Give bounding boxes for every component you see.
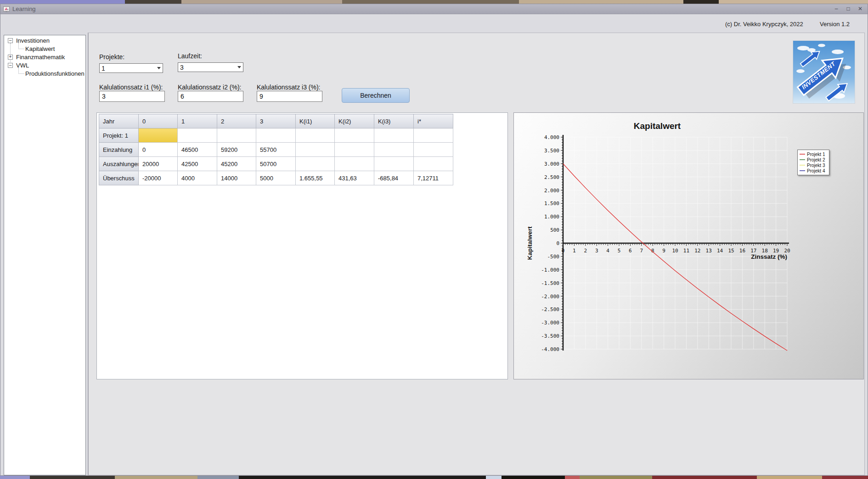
legend-color-projekt-3 bbox=[800, 165, 805, 166]
results-table: Jahr0123K(i1)K(i2)K(i3)i* Projekt: 1Einz… bbox=[99, 114, 453, 185]
table-cell[interactable]: -20000 bbox=[139, 171, 178, 185]
table-header: 2 bbox=[217, 114, 256, 128]
tree-item-kapitalwert[interactable]: Kapitalwert bbox=[4, 45, 85, 53]
minimize-button[interactable]: – bbox=[833, 4, 840, 14]
x-tick-label: 2 bbox=[584, 248, 587, 254]
dropdown-arrow-icon[interactable] bbox=[155, 64, 163, 72]
table-cell[interactable] bbox=[335, 128, 374, 143]
tree-item-label[interactable]: Produktionsfunktionen bbox=[25, 70, 85, 77]
table-header: i* bbox=[414, 114, 453, 128]
desktop-background-bottom bbox=[0, 476, 868, 479]
table-cell[interactable] bbox=[374, 157, 414, 171]
table-cell[interactable] bbox=[178, 128, 217, 143]
x-tick-label: 5 bbox=[618, 248, 621, 254]
table-cell[interactable]: 42500 bbox=[178, 157, 217, 171]
table-cell[interactable] bbox=[374, 128, 414, 143]
version-text: Version 1.2 bbox=[820, 21, 850, 28]
table-row: Projekt: 1 bbox=[99, 128, 453, 143]
dropdown-arrow-icon[interactable] bbox=[235, 63, 243, 72]
main-panel: Projekte: 1 Laufzeit: 3 Kalulationssatz … bbox=[88, 33, 865, 475]
table-cell[interactable] bbox=[414, 143, 453, 157]
table-header: 3 bbox=[256, 114, 296, 128]
y-tick-label: -2.500 bbox=[541, 306, 559, 312]
close-button[interactable]: ✕ bbox=[857, 4, 864, 14]
table-cell[interactable]: 20000 bbox=[139, 157, 178, 171]
tree-item-investitionen[interactable]: –Investitionen bbox=[4, 36, 85, 45]
y-tick-label: 0 bbox=[556, 240, 559, 246]
x-tick-label: 3 bbox=[595, 248, 598, 254]
table-cell[interactable] bbox=[414, 128, 453, 143]
laufzeit-label: Laufzeit: bbox=[178, 52, 202, 60]
table-row: Überschuss-2000040001400050001.655,55431… bbox=[99, 171, 453, 185]
i1-input[interactable] bbox=[99, 91, 165, 102]
row-label: Überschuss bbox=[99, 171, 139, 185]
table-cell[interactable] bbox=[256, 128, 296, 143]
x-tick-label: 6 bbox=[629, 248, 632, 254]
tree-plus-icon[interactable]: + bbox=[8, 55, 13, 60]
table-cell[interactable]: 7,12711 bbox=[414, 171, 453, 185]
table-cell[interactable] bbox=[296, 157, 335, 171]
table-cell[interactable]: 55700 bbox=[256, 143, 296, 157]
table-cell[interactable]: -685,84 bbox=[374, 171, 414, 185]
table-header: K(i3) bbox=[374, 114, 414, 128]
i2-input[interactable] bbox=[178, 91, 243, 102]
legend-label: Projekt 1 bbox=[807, 152, 825, 157]
laufzeit-dropdown[interactable]: 3 bbox=[178, 62, 243, 72]
table-cell[interactable] bbox=[217, 128, 256, 143]
table-cell[interactable]: 4000 bbox=[178, 171, 217, 185]
legend-color-projekt-2 bbox=[800, 159, 805, 160]
table-cell[interactable] bbox=[414, 157, 453, 171]
i3-input[interactable] bbox=[257, 91, 322, 102]
tree-item-vwl[interactable]: –VWL bbox=[4, 61, 85, 69]
table-row: Auszahlungen20000425004520050700 bbox=[99, 157, 453, 171]
table-cell[interactable]: 5000 bbox=[256, 171, 296, 185]
tree-item-produktionsfunktionen[interactable]: Produktionsfunktionen bbox=[4, 69, 85, 78]
titlebar[interactable]: Learning – □ ✕ bbox=[0, 4, 868, 14]
y-tick-label: 3.000 bbox=[544, 161, 559, 167]
projekte-dropdown[interactable]: 1 bbox=[99, 63, 163, 73]
tree-item-label[interactable]: Finanzmathematik bbox=[16, 54, 65, 61]
table-cell[interactable]: 46500 bbox=[178, 143, 217, 157]
investment-logo: INVESTMENT bbox=[793, 40, 855, 104]
table-cell[interactable] bbox=[374, 143, 414, 157]
table-cell[interactable]: 431,63 bbox=[335, 171, 374, 185]
maximize-button[interactable]: □ bbox=[845, 4, 852, 14]
table-header: 1 bbox=[178, 114, 217, 128]
tree-item-label[interactable]: Kapitalwert bbox=[25, 45, 55, 52]
table-cell[interactable]: 14000 bbox=[217, 171, 256, 185]
i2-label: Kalulationssatz i2 (%): bbox=[178, 84, 242, 91]
copyright-text: (c) Dr. Veikko Krypczyk, 2022 bbox=[725, 21, 803, 28]
table-cell[interactable] bbox=[296, 128, 335, 143]
app-icon bbox=[3, 6, 10, 12]
chart-title: Kapitalwert bbox=[542, 121, 772, 131]
tree-minus-icon[interactable]: – bbox=[8, 38, 13, 43]
y-tick-label: -1.500 bbox=[541, 280, 559, 286]
table-cell[interactable]: 50700 bbox=[256, 157, 296, 171]
table-cell[interactable]: 59200 bbox=[217, 143, 256, 157]
legend-item: Projekt 3 bbox=[800, 162, 827, 168]
y-tick-label: 2.000 bbox=[544, 188, 559, 194]
x-tick-label: 9 bbox=[662, 248, 665, 254]
y-tick-label: -4.000 bbox=[541, 346, 559, 352]
table-cell[interactable]: 45200 bbox=[217, 157, 256, 171]
y-tick-label: -2.000 bbox=[541, 294, 559, 300]
selected-cell[interactable] bbox=[139, 128, 178, 143]
table-cell[interactable] bbox=[335, 157, 374, 171]
table-cell[interactable]: 0 bbox=[139, 143, 178, 157]
table-cell[interactable]: 1.655,55 bbox=[296, 171, 335, 185]
legend-label: Projekt 3 bbox=[807, 163, 825, 168]
results-table-panel: Jahr0123K(i1)K(i2)K(i3)i* Projekt: 1Einz… bbox=[96, 112, 508, 379]
table-cell[interactable] bbox=[335, 143, 374, 157]
tree-item-finanzmathematik[interactable]: +Finanzmathematik bbox=[4, 53, 85, 61]
berechnen-button[interactable]: Berechnen bbox=[342, 88, 410, 103]
x-tick-label: 1 bbox=[573, 248, 576, 254]
i1-label: Kalulationssatz i1 (%): bbox=[99, 84, 163, 91]
table-header: K(i2) bbox=[335, 114, 374, 128]
x-tick-label: 4 bbox=[606, 248, 609, 254]
table-cell[interactable] bbox=[296, 143, 335, 157]
tree-minus-icon[interactable]: – bbox=[8, 63, 13, 68]
y-tick-label: 2.500 bbox=[544, 174, 559, 180]
window-title: Learning bbox=[12, 6, 36, 12]
laufzeit-value: 3 bbox=[178, 64, 235, 71]
x-tick-label: 7 bbox=[640, 248, 643, 254]
